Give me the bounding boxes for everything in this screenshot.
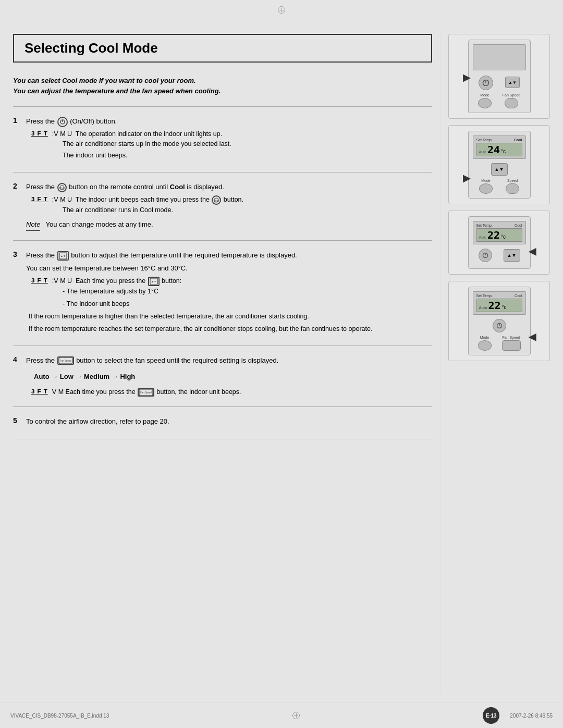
arrow-3: ▶ xyxy=(529,247,536,258)
remote-2-settemp-label: Set Temp. xyxy=(476,138,493,142)
mode-button-icon: Mode xyxy=(57,183,67,192)
remote-1-temp-group: ▲▼ xyxy=(505,77,520,88)
step-1-extra-2: The indoor unit beeps. xyxy=(63,151,432,161)
remote-1-bottom-buttons: Mode Fan Speed xyxy=(473,93,526,108)
remote-3-screen: Set Temp. Cool Auto 22 °c xyxy=(473,221,526,244)
remote-3-wrapper: Set Temp. Cool Auto 22 °c xyxy=(468,216,531,269)
bottom-bar: VIVACE_CIS_DB98-27055A_IB_E.indd 13 E·13… xyxy=(0,702,563,728)
fan-speed-button-icon-2: Fan Speed xyxy=(138,388,154,397)
remote-2-cool-label: Cool xyxy=(514,138,522,142)
step-1-extra: The air conditioner starts up in the mod… xyxy=(63,139,432,161)
remote-3-screen-top: Set Temp. Cool xyxy=(476,224,522,227)
remote-4-power-btn xyxy=(493,319,506,332)
step-3-sub-text: :V M U Each time you press the ▲▼ button… xyxy=(52,276,181,286)
remote-4-mode-label: Mode xyxy=(480,336,489,339)
bottom-crosshair-icon xyxy=(292,712,300,719)
remote-3-settemp-label: Set Temp. xyxy=(476,224,493,227)
remote-2-wrapper: Set Temp. Cool Auto 24 °c ▲▼ xyxy=(468,131,531,199)
remote-2-screen: Set Temp. Cool Auto 24 °c xyxy=(473,135,526,159)
remote-3-cool-label: Cool xyxy=(515,224,522,227)
step-2-note: Note You can change modes at any time. xyxy=(26,219,432,231)
svg-text:Fan Speed: Fan Speed xyxy=(140,391,152,394)
remote-card-4: Set Temp. Cool Auto 22 °c xyxy=(448,281,550,361)
step-4-sub: 3 F T V M Each time you press the Fan Sp… xyxy=(31,387,432,397)
mode-button-icon-2: Mode xyxy=(212,195,221,205)
remote-2-temp-center: ▲▼ xyxy=(473,163,526,176)
arrow-2: ▶ xyxy=(463,172,470,184)
page-wrapper: Selecting Cool Mode You can select Cool … xyxy=(0,0,563,728)
step-2-sub-label: 3 F T xyxy=(31,195,48,205)
remote-2-speed-label: Speed xyxy=(507,179,518,182)
remote-3-body: Set Temp. Cool Auto 22 °c xyxy=(468,216,531,269)
step-3-number: 3 xyxy=(13,250,21,336)
intro-text: You can select Cool mode if you want to … xyxy=(13,76,432,96)
step-2-main: Press the Mode button on the remote cont… xyxy=(26,182,432,193)
step-1-sub-text: :V M U The operation indicator on the in… xyxy=(52,129,222,139)
step-4-main: Press the Fan Speed button to select the… xyxy=(26,355,432,366)
step-2-number: 2 xyxy=(13,182,21,231)
step-3-extra2: If the room temperature reaches the set … xyxy=(29,324,432,334)
remote-1-buttons: ▲▼ xyxy=(473,75,526,90)
main-text-column: Selecting Cool Mode You can select Cool … xyxy=(13,34,440,692)
remote-3-buttons-row: ▲▼ xyxy=(473,249,526,262)
remote-4-degree: °c xyxy=(502,304,507,310)
note-text: You can change modes at any time. xyxy=(45,219,153,231)
step-2-sub: 3 F T :V M U The indoor unit beeps each … xyxy=(31,195,432,205)
step-5-content: To control the airflow direction, refer … xyxy=(26,416,432,429)
remote-2-display-inner: Auto 24 °c xyxy=(476,143,522,156)
remote-1-temp-btn: ▲▼ xyxy=(505,77,520,88)
step-2-content: Press the Mode button on the remote cont… xyxy=(26,182,432,231)
note-label: Note xyxy=(26,219,40,231)
step-3-bullets: - The temperature adjusts by 1°C - The i… xyxy=(63,286,432,309)
remote-2-degree: °c xyxy=(501,149,506,154)
remote-3-temp-btn: ▲▼ xyxy=(504,249,520,262)
svg-text:Fan Speed: Fan Speed xyxy=(60,360,72,362)
remote-1-mode-group: Mode xyxy=(478,93,492,108)
step-4-number: 4 xyxy=(13,355,21,397)
top-crosshair-icon xyxy=(278,6,285,14)
svg-text:▲▼: ▲▼ xyxy=(60,254,66,257)
remote-1-screen xyxy=(473,44,526,70)
sidebar-column: ▲▼ Mode Fan Speed xyxy=(440,34,550,692)
divider-1 xyxy=(13,172,432,172)
remote-4-settemp-label: Set Temp. xyxy=(476,294,493,298)
divider-3 xyxy=(13,346,432,346)
title-box: Selecting Cool Mode xyxy=(13,34,432,63)
step-2-sub-text: :V M U The indoor unit beeps each time y… xyxy=(52,195,243,205)
page-body: Selecting Cool Mode You can select Cool … xyxy=(0,18,563,702)
remote-4-temp: 22 xyxy=(488,300,500,311)
step-2: 2 Press the Mode button on the remote co… xyxy=(13,182,432,231)
step-1-extra-1: The air conditioner starts up in the mod… xyxy=(63,139,432,149)
remote-1-power-group xyxy=(479,75,493,90)
step-1-content: Press the (On/Off) button. 3 F T :V M U … xyxy=(26,116,432,163)
remote-3-temp: 22 xyxy=(487,230,500,240)
remote-4-power-row xyxy=(473,319,526,332)
step-4-sub-label: 3 F T xyxy=(31,387,48,397)
step-4-content: Press the Fan Speed button to select the… xyxy=(26,355,432,397)
step-5-main: To control the airflow direction, refer … xyxy=(26,416,432,427)
remote-2-mode-label: Mode xyxy=(481,179,491,182)
remote-2-screen-top: Set Temp. Cool xyxy=(476,138,522,142)
remote-1-body: ▲▼ Mode Fan Speed xyxy=(468,40,531,113)
remote-4-mode-group: Mode xyxy=(478,336,492,351)
remote-4-wrapper: Set Temp. Cool Auto 22 °c xyxy=(468,287,531,355)
step-4: 4 Press the Fan Speed button to select t… xyxy=(13,355,432,397)
remote-2-auto: Auto xyxy=(479,150,486,154)
remote-1-wrapper: ▲▼ Mode Fan Speed xyxy=(468,40,531,113)
remote-1-mode-label: Mode xyxy=(480,93,489,97)
page-title: Selecting Cool Mode xyxy=(25,40,158,56)
step-3-extra1: If the room temperature is higher than t… xyxy=(29,311,432,322)
remote-card-3: Set Temp. Cool Auto 22 °c xyxy=(448,211,550,275)
remote-card-2: Set Temp. Cool Auto 24 °c ▲▼ xyxy=(448,125,550,204)
step-1-sub: 3 F T :V M U The operation indicator on … xyxy=(31,129,432,139)
step-1-main: Press the (On/Off) button. xyxy=(26,116,432,127)
remote-2-speed-btn xyxy=(506,183,519,194)
step-1-sub-label: 3 F T xyxy=(31,129,48,139)
remote-1-power-btn xyxy=(479,76,493,90)
remote-2-bottom: Mode Speed xyxy=(473,179,526,194)
intro-line2: You can adjust the temperature and the f… xyxy=(13,86,432,96)
step-5-number: 5 xyxy=(13,416,21,429)
remote-4-display-inner: Auto 22 °c xyxy=(476,299,522,312)
divider-5 xyxy=(13,439,432,439)
intro-line1: You can select Cool mode if you want to … xyxy=(13,76,432,86)
